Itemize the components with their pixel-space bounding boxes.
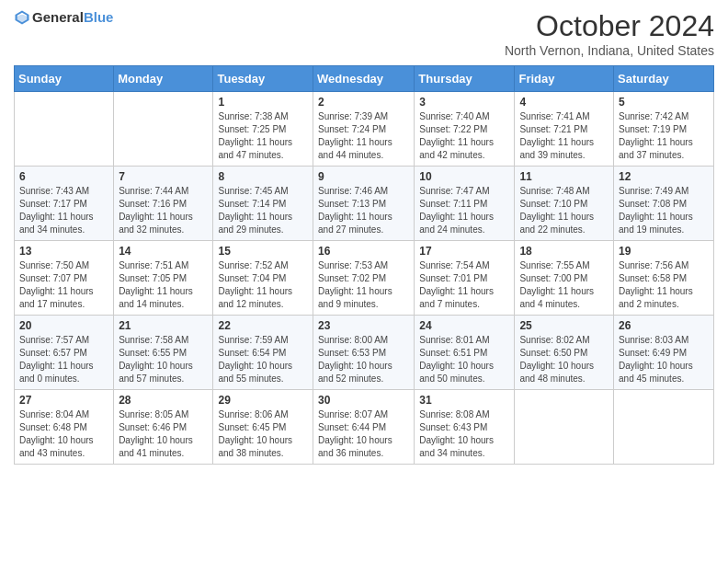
day-header-sunday: Sunday [15, 66, 114, 92]
location-subtitle: North Vernon, Indiana, United States [505, 43, 714, 58]
day-info: Sunrise: 7:57 AM Sunset: 6:57 PM Dayligh… [19, 334, 108, 385]
day-info: Sunrise: 7:48 AM Sunset: 7:10 PM Dayligh… [519, 185, 609, 236]
calendar-cell: 20Sunrise: 7:57 AM Sunset: 6:57 PM Dayli… [15, 316, 114, 390]
calendar-cell: 4Sunrise: 7:41 AM Sunset: 7:21 PM Daylig… [515, 92, 614, 167]
day-info: Sunrise: 7:38 AM Sunset: 7:25 PM Dayligh… [218, 110, 308, 162]
day-header-thursday: Thursday [415, 66, 515, 92]
day-info: Sunrise: 8:02 AM Sunset: 6:50 PM Dayligh… [519, 334, 609, 385]
day-number: 29 [218, 394, 308, 407]
day-number: 16 [318, 245, 409, 258]
day-number: 20 [19, 319, 108, 332]
day-number: 1 [218, 96, 308, 109]
day-number: 10 [419, 170, 509, 183]
logo-general: General [32, 9, 84, 25]
calendar-cell: 2Sunrise: 7:39 AM Sunset: 7:24 PM Daylig… [313, 92, 415, 167]
day-number: 24 [419, 319, 509, 332]
calendar-cell: 30Sunrise: 8:07 AM Sunset: 6:44 PM Dayli… [313, 390, 415, 465]
calendar-week-row: 1Sunrise: 7:38 AM Sunset: 7:25 PM Daylig… [15, 92, 714, 167]
calendar-cell: 1Sunrise: 7:38 AM Sunset: 7:25 PM Daylig… [213, 92, 313, 167]
calendar-cell: 18Sunrise: 7:55 AM Sunset: 7:00 PM Dayli… [515, 241, 614, 316]
calendar-cell: 21Sunrise: 7:58 AM Sunset: 6:55 PM Dayli… [114, 316, 213, 390]
day-number: 23 [318, 319, 409, 332]
calendar-cell [114, 92, 213, 167]
day-header-monday: Monday [114, 66, 213, 92]
day-info: Sunrise: 7:39 AM Sunset: 7:24 PM Dayligh… [318, 110, 409, 162]
day-number: 28 [119, 394, 208, 407]
day-header-friday: Friday [515, 66, 614, 92]
day-number: 30 [318, 394, 409, 407]
day-header-tuesday: Tuesday [213, 66, 313, 92]
day-number: 14 [119, 245, 208, 258]
calendar-cell: 16Sunrise: 7:53 AM Sunset: 7:02 PM Dayli… [313, 241, 415, 316]
calendar-cell: 8Sunrise: 7:45 AM Sunset: 7:14 PM Daylig… [213, 167, 313, 241]
title-block: October 2024 North Vernon, Indiana, Unit… [505, 9, 714, 58]
day-number: 12 [619, 170, 709, 183]
day-info: Sunrise: 8:00 AM Sunset: 6:53 PM Dayligh… [318, 334, 409, 385]
calendar-cell: 24Sunrise: 8:01 AM Sunset: 6:51 PM Dayli… [415, 316, 515, 390]
calendar-week-row: 27Sunrise: 8:04 AM Sunset: 6:48 PM Dayli… [15, 390, 714, 465]
calendar-cell: 23Sunrise: 8:00 AM Sunset: 6:53 PM Dayli… [313, 316, 415, 390]
calendar-cell: 5Sunrise: 7:42 AM Sunset: 7:19 PM Daylig… [614, 92, 714, 167]
logo-icon [14, 9, 30, 26]
day-number: 8 [218, 170, 308, 183]
day-info: Sunrise: 7:55 AM Sunset: 7:00 PM Dayligh… [519, 259, 609, 311]
calendar-table: SundayMondayTuesdayWednesdayThursdayFrid… [14, 65, 714, 465]
month-title: October 2024 [505, 9, 714, 43]
calendar-cell: 19Sunrise: 7:56 AM Sunset: 6:58 PM Dayli… [614, 241, 714, 316]
logo-blue: Blue [84, 9, 114, 25]
calendar-cell: 10Sunrise: 7:47 AM Sunset: 7:11 PM Dayli… [415, 167, 515, 241]
calendar-cell: 6Sunrise: 7:43 AM Sunset: 7:17 PM Daylig… [15, 167, 114, 241]
day-info: Sunrise: 7:40 AM Sunset: 7:22 PM Dayligh… [419, 110, 509, 162]
day-info: Sunrise: 7:46 AM Sunset: 7:13 PM Dayligh… [318, 185, 409, 236]
calendar-cell: 25Sunrise: 8:02 AM Sunset: 6:50 PM Dayli… [515, 316, 614, 390]
day-number: 26 [619, 319, 709, 332]
day-info: Sunrise: 7:41 AM Sunset: 7:21 PM Dayligh… [519, 110, 609, 162]
day-info: Sunrise: 8:01 AM Sunset: 6:51 PM Dayligh… [419, 334, 509, 385]
day-info: Sunrise: 7:51 AM Sunset: 7:05 PM Dayligh… [119, 259, 208, 311]
calendar-week-row: 13Sunrise: 7:50 AM Sunset: 7:07 PM Dayli… [15, 241, 714, 316]
calendar-week-row: 20Sunrise: 7:57 AM Sunset: 6:57 PM Dayli… [15, 316, 714, 390]
day-number: 27 [19, 394, 108, 407]
day-number: 21 [119, 319, 208, 332]
day-info: Sunrise: 7:50 AM Sunset: 7:07 PM Dayligh… [19, 259, 108, 311]
calendar-header-row: SundayMondayTuesdayWednesdayThursdayFrid… [15, 66, 714, 92]
calendar-cell: 3Sunrise: 7:40 AM Sunset: 7:22 PM Daylig… [415, 92, 515, 167]
day-number: 2 [318, 96, 409, 109]
calendar-cell [15, 92, 114, 167]
calendar-cell: 28Sunrise: 8:05 AM Sunset: 6:46 PM Dayli… [114, 390, 213, 465]
day-header-wednesday: Wednesday [313, 66, 415, 92]
day-number: 11 [519, 170, 609, 183]
day-number: 19 [619, 245, 709, 258]
calendar-cell [515, 390, 614, 465]
calendar-cell: 17Sunrise: 7:54 AM Sunset: 7:01 PM Dayli… [415, 241, 515, 316]
calendar-week-row: 6Sunrise: 7:43 AM Sunset: 7:17 PM Daylig… [15, 167, 714, 241]
page-header: GeneralBlue October 2024 North Vernon, I… [14, 9, 714, 58]
day-number: 9 [318, 170, 409, 183]
day-number: 31 [419, 394, 509, 407]
calendar-cell: 22Sunrise: 7:59 AM Sunset: 6:54 PM Dayli… [213, 316, 313, 390]
day-info: Sunrise: 7:54 AM Sunset: 7:01 PM Dayligh… [419, 259, 509, 311]
day-info: Sunrise: 7:45 AM Sunset: 7:14 PM Dayligh… [218, 185, 308, 236]
calendar-cell: 31Sunrise: 8:08 AM Sunset: 6:43 PM Dayli… [415, 390, 515, 465]
logo: GeneralBlue [14, 9, 113, 26]
day-number: 15 [218, 245, 308, 258]
calendar-cell: 26Sunrise: 8:03 AM Sunset: 6:49 PM Dayli… [614, 316, 714, 390]
day-number: 22 [218, 319, 308, 332]
day-number: 17 [419, 245, 509, 258]
day-number: 18 [519, 245, 609, 258]
day-info: Sunrise: 8:05 AM Sunset: 6:46 PM Dayligh… [119, 408, 208, 460]
calendar-cell: 9Sunrise: 7:46 AM Sunset: 7:13 PM Daylig… [313, 167, 415, 241]
day-info: Sunrise: 7:52 AM Sunset: 7:04 PM Dayligh… [218, 259, 308, 311]
day-info: Sunrise: 7:49 AM Sunset: 7:08 PM Dayligh… [619, 185, 709, 236]
day-info: Sunrise: 7:43 AM Sunset: 7:17 PM Dayligh… [19, 185, 108, 236]
day-info: Sunrise: 8:04 AM Sunset: 6:48 PM Dayligh… [19, 408, 108, 460]
day-number: 5 [619, 96, 709, 109]
day-number: 25 [519, 319, 609, 332]
day-info: Sunrise: 8:08 AM Sunset: 6:43 PM Dayligh… [419, 408, 509, 460]
calendar-cell: 13Sunrise: 7:50 AM Sunset: 7:07 PM Dayli… [15, 241, 114, 316]
day-number: 3 [419, 96, 509, 109]
day-info: Sunrise: 7:59 AM Sunset: 6:54 PM Dayligh… [218, 334, 308, 385]
calendar-cell: 15Sunrise: 7:52 AM Sunset: 7:04 PM Dayli… [213, 241, 313, 316]
day-info: Sunrise: 8:06 AM Sunset: 6:45 PM Dayligh… [218, 408, 308, 460]
day-info: Sunrise: 8:07 AM Sunset: 6:44 PM Dayligh… [318, 408, 409, 460]
